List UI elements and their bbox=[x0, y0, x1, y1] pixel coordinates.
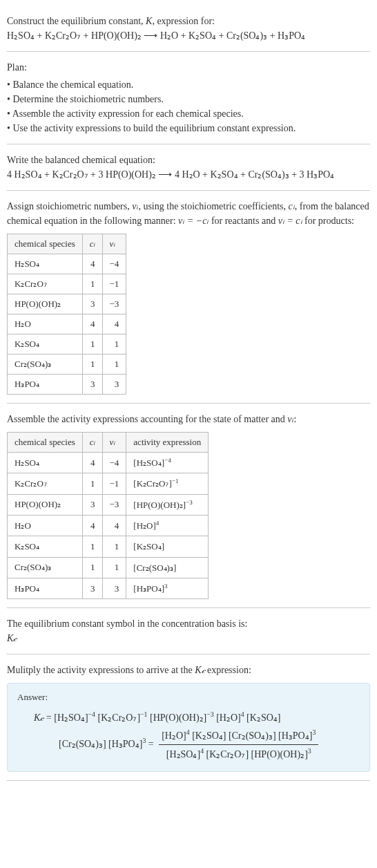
plan-item: Balance the chemical equation. bbox=[7, 77, 370, 92]
term-exp: 4 bbox=[200, 747, 204, 755]
cell-species: H₂O bbox=[8, 515, 83, 536]
intro-part1: Construct the equilibrium constant, bbox=[7, 16, 146, 26]
term-exp: −3 bbox=[206, 710, 213, 718]
cell-c: 3 bbox=[82, 294, 102, 314]
answer-label: Answer: bbox=[17, 692, 360, 703]
activity-table: chemical species cᵢ νᵢ activity expressi… bbox=[7, 432, 209, 599]
answer-fraction: [H₂O]4 [K₂SO₄] [Cr₂(SO₄)₃] [H₃PO₄]3 [H₂S… bbox=[159, 726, 318, 763]
intro-text: Construct the equilibrium constant, K, e… bbox=[7, 14, 370, 28]
symbol-line: The equilibrium constant symbol in the c… bbox=[7, 616, 370, 631]
term-exp: 4 bbox=[186, 728, 190, 736]
cell-activity: [K₂SO₄] bbox=[126, 536, 209, 557]
table-header-row: chemical species cᵢ νᵢ activity expressi… bbox=[8, 433, 209, 453]
answer-box: Answer: K𝒸 = [H₂SO₄]−4 [K₂Cr₂O₇]−1 [HP(O… bbox=[7, 683, 370, 772]
stoich-intro-b: , using the stoichiometric coefficients, bbox=[138, 201, 288, 211]
stoich-c: cᵢ bbox=[289, 201, 295, 211]
cell-species: K₂Cr₂O₇ bbox=[8, 473, 83, 494]
plan-section: Plan: Balance the chemical equation. Det… bbox=[7, 52, 370, 144]
table-row: K₂Cr₂O₇1−1 bbox=[8, 274, 126, 294]
act-base: [H₂O] bbox=[133, 520, 155, 531]
act-exp: −1 bbox=[172, 478, 179, 484]
stoich-intro-e: for products: bbox=[302, 216, 354, 226]
th-species: chemical species bbox=[8, 433, 83, 453]
term-base: [HP(O)(OH)₂] bbox=[150, 713, 206, 723]
term: [K₂SO₄] bbox=[192, 730, 226, 741]
stoich-intro-d: for reactants and bbox=[209, 216, 278, 226]
table-row: H₂O44 bbox=[8, 314, 126, 334]
act-exp: 4 bbox=[156, 520, 160, 527]
th-nu: νᵢ bbox=[102, 234, 126, 254]
act-base: [K₂Cr₂O₇] bbox=[133, 479, 171, 489]
term: [Cr₂(SO₄)₃] bbox=[229, 730, 276, 741]
activity-intro-a: Assemble the activity expressions accoun… bbox=[7, 414, 287, 424]
stoich-intro-a: Assign stoichiometric numbers, bbox=[7, 201, 132, 211]
cell-nu: −4 bbox=[102, 453, 126, 473]
cell-c: 1 bbox=[82, 536, 102, 557]
cell-species: HP(O)(OH)₂ bbox=[8, 294, 83, 314]
term: [HP(O)(OH)₂]3 bbox=[251, 749, 311, 760]
multiply-b: expression: bbox=[205, 665, 251, 675]
term-base: [Cr₂(SO₄)₃] bbox=[59, 739, 106, 749]
intro-K: K bbox=[146, 16, 152, 26]
answer-eq: = bbox=[44, 713, 54, 723]
table-header-row: chemical species cᵢ νᵢ bbox=[8, 234, 126, 254]
cell-species: Cr₂(SO₄)₃ bbox=[8, 557, 83, 578]
cell-activity: [H₂SO₄]−4 bbox=[126, 453, 209, 473]
intro-equation: H₂SO₄ + K₂Cr₂O₇ + HP(O)(OH)₂ ⟶ H₂O + K₂S… bbox=[7, 28, 370, 43]
term: [K₂Cr₂O₇]−1 bbox=[98, 713, 148, 723]
term: [K₂Cr₂O₇] bbox=[206, 749, 249, 760]
answer-equation: K𝒸 = [H₂SO₄]−4 [K₂Cr₂O₇]−1 [HP(O)(OH)₂]−… bbox=[34, 708, 360, 726]
cell-c: 1 bbox=[82, 355, 102, 375]
cell-species: HP(O)(OH)₂ bbox=[8, 494, 83, 515]
table-row: H₂SO₄4−4[H₂SO₄]−4 bbox=[8, 453, 209, 473]
cell-c: 1 bbox=[82, 274, 102, 294]
cell-species: K₂Cr₂O₇ bbox=[8, 274, 83, 294]
cell-species: H₃PO₄ bbox=[8, 375, 83, 395]
cell-c: 4 bbox=[82, 314, 102, 334]
table-row: K₂SO₄11 bbox=[8, 334, 126, 355]
table-row: HP(O)(OH)₂3−3 bbox=[8, 294, 126, 314]
cell-c: 4 bbox=[82, 453, 102, 473]
cell-c: 1 bbox=[82, 473, 102, 494]
stoich-rel1: νᵢ = −cᵢ bbox=[178, 216, 209, 226]
plan-item: Assemble the activity expression for eac… bbox=[7, 106, 370, 121]
cell-nu: −3 bbox=[102, 294, 126, 314]
cell-c: 4 bbox=[82, 254, 102, 274]
term: [HP(O)(OH)₂]−3 bbox=[150, 713, 214, 723]
cell-c: 1 bbox=[82, 334, 102, 355]
intro-section: Construct the equilibrium constant, K, e… bbox=[7, 6, 370, 52]
cell-species: K₂SO₄ bbox=[8, 334, 83, 355]
fraction-numerator: [H₂O]4 [K₂SO₄] [Cr₂(SO₄)₃] [H₃PO₄]3 bbox=[159, 726, 318, 745]
cell-c: 1 bbox=[82, 557, 102, 578]
th-species: chemical species bbox=[8, 234, 83, 254]
act-exp: −3 bbox=[186, 499, 193, 506]
activity-nu: νᵢ bbox=[287, 414, 293, 424]
act-base: [H₂SO₄] bbox=[133, 457, 164, 468]
table-row: H₃PO₄33 bbox=[8, 375, 126, 395]
term-exp: 3 bbox=[142, 737, 146, 744]
term-base: [H₂SO₄] bbox=[54, 713, 88, 723]
symbol-kc: K𝒸 bbox=[7, 631, 370, 645]
plan-heading: Plan: bbox=[7, 60, 370, 75]
term-exp: 4 bbox=[241, 710, 244, 718]
table-row: H₂SO₄4−4 bbox=[8, 254, 126, 274]
balanced-heading: Write the balanced chemical equation: bbox=[7, 153, 370, 167]
table-row: H₃PO₄33[H₃PO₄]3 bbox=[8, 578, 209, 598]
cell-nu: 1 bbox=[102, 334, 126, 355]
term-exp: 3 bbox=[312, 728, 316, 736]
answer-section: Mulitply the activity expressions to arr… bbox=[7, 654, 370, 781]
cell-nu: 3 bbox=[102, 375, 126, 395]
table-row: Cr₂(SO₄)₃11 bbox=[8, 355, 126, 375]
term-base: [K₂SO₄] bbox=[246, 713, 280, 723]
cell-species: H₂O bbox=[8, 314, 83, 334]
cell-species: K₂SO₄ bbox=[8, 536, 83, 557]
term: [H₂O]4 bbox=[162, 730, 189, 741]
cell-c: 3 bbox=[82, 375, 102, 395]
answer-equation-line2: [Cr₂(SO₄)₃] [H₃PO₄]3 = [H₂O]4 [K₂SO₄] [C… bbox=[59, 726, 360, 763]
term-base: [HP(O)(OH)₂] bbox=[251, 749, 308, 760]
term-base: [K₂SO₄] bbox=[192, 730, 226, 741]
term: [H₂SO₄]4 bbox=[166, 749, 204, 760]
symbol-section: The equilibrium constant symbol in the c… bbox=[7, 608, 370, 654]
act-base: [H₃PO₄] bbox=[133, 583, 164, 594]
plan-list: Balance the chemical equation. Determine… bbox=[7, 77, 370, 135]
